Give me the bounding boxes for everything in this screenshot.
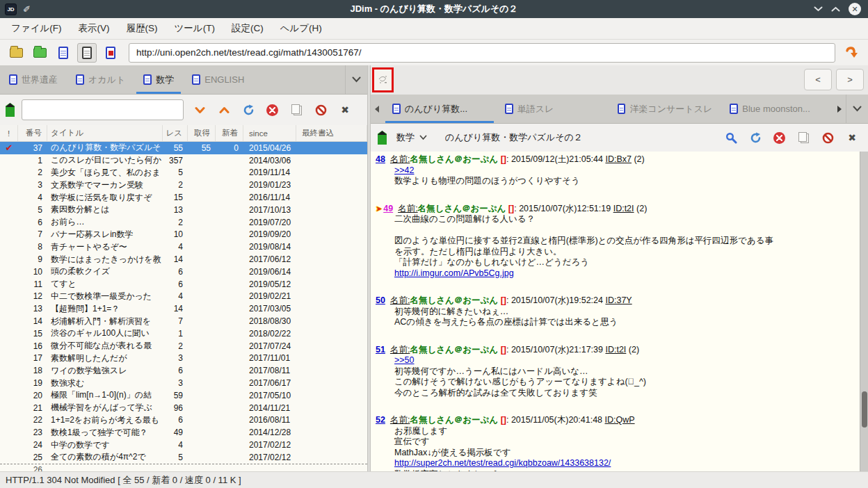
- close-button[interactable]: ✕: [849, 3, 861, 15]
- table-row[interactable]: 18ワイの数学勉強スレ62017/08/11: [0, 364, 367, 377]
- post-number-link[interactable]: 48: [376, 154, 385, 164]
- menu-item[interactable]: 表示(V): [70, 18, 118, 39]
- menu-item[interactable]: ツール(T): [166, 18, 223, 39]
- table-row[interactable]: 24中学の数学です42017/02/12: [0, 439, 367, 451]
- image-view-button[interactable]: [101, 43, 120, 63]
- search-input[interactable]: [22, 99, 184, 120]
- search-up-button[interactable]: [218, 104, 230, 116]
- column-header[interactable]: 最終書込: [296, 125, 367, 141]
- open-board-button[interactable]: [6, 43, 26, 63]
- table-row[interactable]: 20極限「lim[n→1-0](n)」の結592017/05/10: [0, 389, 367, 402]
- table-row[interactable]: 25全ての素数の積が4π^2で52017/02/12: [0, 451, 367, 464]
- pin-icon[interactable]: ✐: [23, 5, 31, 14]
- table-row[interactable]: 12中二で数検準一級受かった42019/02/21: [0, 291, 367, 303]
- search-in-thread-button[interactable]: [725, 131, 737, 144]
- menu-item[interactable]: ファイル(F): [3, 18, 70, 39]
- post-number-link[interactable]: 52: [376, 415, 385, 425]
- table-row[interactable]: 3文系数学でマーカン受験22019/01/23: [0, 179, 367, 191]
- table-row[interactable]: 13【超難問】1+1=？142017/03/05: [0, 302, 367, 315]
- menu-item[interactable]: 設定(C): [223, 18, 272, 39]
- table-row[interactable]: 5素因数分解とは132017/10/13: [0, 204, 367, 216]
- table-row[interactable]: 2美少女「ほら見て、私のおま52019/11/14: [0, 167, 367, 179]
- thread-list-header[interactable]: !番号タイトルレス取得新着since最終書込: [0, 125, 367, 142]
- board-select[interactable]: 数学: [396, 131, 427, 144]
- table-row[interactable]: 16微分不可能な点が表れる最22017/07/24: [0, 340, 367, 352]
- post-id-link[interactable]: ID:t2I: [605, 345, 626, 355]
- close-thread-button[interactable]: ✖: [846, 131, 858, 144]
- tab-scroll-left-button[interactable]: [371, 95, 383, 123]
- search-down-button[interactable]: [193, 104, 206, 116]
- tab[interactable]: 数学: [134, 65, 183, 94]
- reload-thread-button[interactable]: [749, 131, 762, 144]
- tab[interactable]: のんびり算数...: [383, 95, 496, 123]
- menu-item[interactable]: ヘルプ(H): [272, 18, 330, 39]
- column-header[interactable]: 取得: [188, 125, 216, 141]
- minimize-button[interactable]: [814, 6, 823, 12]
- post-id-link[interactable]: ID:t2I: [613, 204, 634, 213]
- post-number-link[interactable]: 50: [376, 295, 385, 305]
- table-row[interactable]: 8青チャートやるぞ〜42019/08/14: [0, 241, 367, 253]
- post-id-link[interactable]: ID:37Y: [605, 295, 632, 305]
- table-row[interactable]: 23数検1級って独学で可能？492014/12/28: [0, 426, 367, 439]
- stop-button[interactable]: [266, 104, 278, 116]
- post-link[interactable]: >>50: [394, 355, 854, 366]
- write-icon[interactable]: [6, 103, 15, 117]
- abort-thread-button[interactable]: [821, 131, 834, 144]
- reload-button[interactable]: [242, 104, 255, 116]
- table-row[interactable]: 221+1=2をお前らが考える最も62016/08/11: [0, 414, 367, 427]
- column-header[interactable]: 新着: [216, 125, 243, 141]
- tab[interactable]: ENGLISH: [183, 65, 253, 94]
- board-view-button[interactable]: [54, 43, 73, 63]
- table-row[interactable]: 6お前ら…22019/07/20: [0, 216, 367, 229]
- favorites-button[interactable]: [30, 43, 49, 63]
- column-header[interactable]: レス: [163, 125, 188, 141]
- image-thumbnail-tab[interactable]: [372, 67, 394, 92]
- tab-list-button[interactable]: [345, 65, 367, 94]
- column-header[interactable]: since: [243, 125, 296, 141]
- menu-item[interactable]: 履歴(S): [118, 18, 166, 39]
- column-header[interactable]: !: [0, 125, 18, 141]
- scrollbar-thumb[interactable]: [862, 391, 867, 428]
- tab[interactable]: Blue moonston...: [721, 95, 833, 123]
- table-row[interactable]: 9数学にはまったきっかけを教142017/06/12: [0, 253, 367, 266]
- prev-thread-button[interactable]: <: [804, 69, 832, 90]
- close-tab-button[interactable]: ✖: [339, 104, 351, 116]
- thread-view-button[interactable]: [77, 43, 97, 63]
- post-id-link[interactable]: ID:Bx7: [605, 154, 632, 164]
- table-row[interactable]: 7バナー応募スレin数学102019/09/20: [0, 229, 367, 241]
- copy-button[interactable]: [290, 104, 303, 116]
- tab[interactable]: 世界遺産: [0, 65, 67, 94]
- tab[interactable]: オカルト: [67, 65, 134, 94]
- thread-tab-list-button[interactable]: [846, 95, 868, 123]
- table-row[interactable]: 21機械学習をがんばって学ぶ962014/11/21: [0, 402, 367, 414]
- tab-scroll-right-button[interactable]: [833, 95, 846, 123]
- table-row[interactable]: 11てすと62019/05/12: [0, 278, 367, 291]
- thread-scrollbar[interactable]: [860, 152, 868, 471]
- table-row[interactable]: 15渋谷のギャル100人に聞い12018/02/22: [0, 327, 367, 340]
- write-post-icon[interactable]: [378, 131, 387, 145]
- post-number-link[interactable]: 51: [376, 345, 385, 355]
- go-button[interactable]: [841, 42, 862, 63]
- column-header[interactable]: タイトル: [47, 125, 163, 141]
- post-link[interactable]: http://i.imgur.com/APvb5Cg.jpg: [394, 268, 854, 279]
- table-row[interactable]: 1このスレが目についたら何か3572014/03/06: [0, 154, 367, 167]
- post-link[interactable]: http://super2ch.net/test/read.cgi/kqbbzo…: [394, 458, 854, 469]
- stop-thread-button[interactable]: [773, 132, 785, 144]
- tab[interactable]: 洋楽コンサートスレ: [609, 95, 721, 123]
- table-row[interactable]: 14杉浦解析入門・解析演習を72018/08/30: [0, 315, 367, 327]
- table-row[interactable]: 19数強求む32017/06/17: [0, 377, 367, 389]
- maximize-button[interactable]: [831, 6, 840, 12]
- url-input[interactable]: [129, 43, 835, 63]
- table-row[interactable]: 17素数解明したんだが32017/11/01: [0, 352, 367, 365]
- table-row[interactable]: 26: [0, 464, 367, 471]
- abort-button[interactable]: [314, 104, 327, 116]
- next-thread-button[interactable]: >: [836, 69, 864, 90]
- tab[interactable]: 単語スレ: [496, 95, 609, 123]
- post-id-link[interactable]: ID:QwP: [605, 415, 635, 425]
- post-link[interactable]: >>42: [394, 165, 854, 177]
- table-row[interactable]: 4数学板に活気を取り戻すぞ152016/11/14: [0, 191, 367, 204]
- column-header[interactable]: 番号: [18, 125, 47, 141]
- table-row[interactable]: ✔37のんびり算数・数学パズルそ555502015/04/26: [0, 142, 367, 154]
- table-row[interactable]: 10頭の柔軟クイズ62019/06/14: [0, 266, 367, 278]
- copy-thread-button[interactable]: [797, 131, 810, 144]
